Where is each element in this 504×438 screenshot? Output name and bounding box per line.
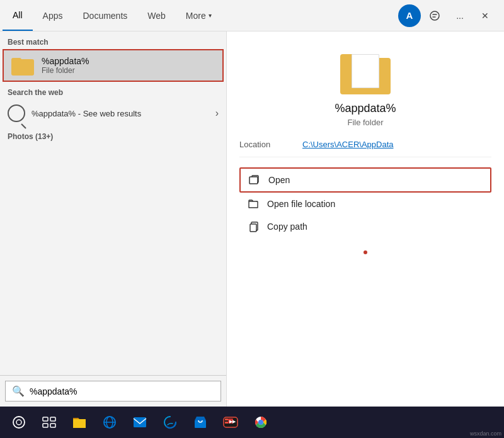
taskbar-chrome-button[interactable]: [247, 408, 275, 436]
search-icon: [8, 104, 25, 122]
preview-subtitle: File folder: [347, 118, 383, 127]
svg-rect-1: [250, 224, 256, 232]
chevron-down-icon: ▾: [209, 12, 212, 19]
open-action[interactable]: Open: [239, 167, 491, 193]
ellipsis-icon: ...: [456, 11, 464, 21]
svg-rect-7: [50, 424, 55, 427]
svg-point-2: [13, 417, 25, 428]
folder-icon: [11, 55, 34, 76]
avatar-label: A: [406, 10, 413, 21]
red-dot-indicator: [364, 250, 367, 254]
svg-rect-8: [73, 419, 86, 428]
left-spacer: [0, 143, 226, 375]
tab-more-label: More: [186, 11, 206, 21]
best-match-text: %appdata% File folder: [42, 56, 89, 75]
svg-rect-0: [249, 177, 258, 184]
best-match-subtitle: File folder: [42, 66, 89, 75]
svg-text:▶▶: ▶▶: [229, 419, 236, 424]
ellipsis-button[interactable]: ...: [449, 4, 471, 27]
search-box-icon: 🔍: [12, 385, 25, 397]
tab-more[interactable]: More ▾: [176, 0, 222, 31]
svg-rect-15: [225, 418, 228, 420]
taskbar-search-button[interactable]: [5, 408, 33, 436]
action-list: Open Open file location: [239, 167, 491, 238]
taskbar-edge-button[interactable]: [156, 408, 184, 436]
watermark: wsxdan.com: [470, 430, 501, 437]
location-row: Location C:\Users\ACER\AppData: [239, 140, 491, 157]
tab-apps[interactable]: Apps: [33, 0, 73, 31]
taskbar-mail-button[interactable]: [126, 408, 154, 436]
tab-web[interactable]: Web: [137, 0, 176, 31]
feedback-button[interactable]: [423, 4, 446, 27]
svg-rect-12: [134, 417, 146, 427]
svg-rect-4: [43, 417, 48, 421]
open-label: Open: [268, 175, 290, 185]
tab-all-label: All: [13, 10, 23, 20]
svg-point-21: [259, 420, 263, 424]
copy-path-action[interactable]: Copy path: [239, 215, 491, 238]
search-web-text: %appdata% - See web results: [32, 109, 141, 118]
location-value[interactable]: C:\Users\ACER\AppData: [302, 140, 394, 149]
svg-rect-6: [43, 424, 48, 427]
tab-apps-label: Apps: [43, 11, 63, 21]
copy-path-label: Copy path: [267, 222, 307, 232]
taskbar-file-explorer-button[interactable]: [66, 408, 93, 436]
open-file-location-action[interactable]: Open file location: [239, 193, 491, 215]
taskbar-taskview-button[interactable]: [35, 408, 63, 436]
svg-rect-5: [50, 417, 55, 421]
search-web-label: Search the web: [0, 82, 226, 99]
svg-point-3: [16, 420, 21, 425]
folder-preview-icon: [340, 50, 391, 94]
copy-icon: [247, 220, 260, 233]
folder-paper: [352, 54, 379, 88]
search-box[interactable]: 🔍: [5, 381, 221, 402]
left-panel: Best match %appdata% File folder Search …: [0, 31, 227, 407]
user-avatar[interactable]: A: [398, 4, 421, 27]
tab-documents-label: Documents: [83, 11, 127, 21]
close-button[interactable]: ✕: [474, 4, 496, 27]
best-match-item[interactable]: %appdata% File folder: [3, 49, 224, 82]
taskbar-store-button[interactable]: [186, 408, 214, 436]
right-panel: %appdata% File folder Location C:\Users\…: [227, 31, 504, 407]
app-container: All Apps Documents Web More ▾ A: [0, 0, 504, 438]
photos-label: Photos (13+): [0, 127, 226, 143]
best-match-title: %appdata%: [42, 56, 89, 66]
tab-documents[interactable]: Documents: [72, 0, 137, 31]
close-icon: ✕: [481, 11, 489, 21]
main-content: Best match %appdata% File folder Search …: [0, 31, 504, 407]
tab-all[interactable]: All: [3, 0, 33, 31]
file-location-icon: [247, 198, 260, 210]
preview-title: %appdata%: [335, 102, 396, 115]
open-file-location-label: Open file location: [267, 199, 335, 209]
open-icon: [248, 174, 261, 186]
chevron-right-icon: ›: [215, 108, 219, 119]
taskbar-gaming-button[interactable]: ▶▶: [217, 408, 244, 436]
search-web-item[interactable]: %appdata% - See web results ›: [0, 99, 226, 127]
svg-rect-16: [225, 422, 228, 424]
top-navigation: All Apps Documents Web More ▾ A: [0, 0, 504, 31]
taskbar-ie-button[interactable]: [96, 408, 123, 436]
taskbar: ▶▶ wsxdan.com: [0, 407, 504, 438]
nav-right-controls: A ... ✕: [398, 0, 501, 31]
location-label: Location: [239, 140, 302, 149]
search-box-container: 🔍: [0, 375, 226, 407]
svg-rect-13: [195, 420, 206, 428]
best-match-label: Best match: [0, 31, 226, 49]
tab-web-label: Web: [147, 11, 166, 21]
search-input[interactable]: [30, 386, 214, 396]
